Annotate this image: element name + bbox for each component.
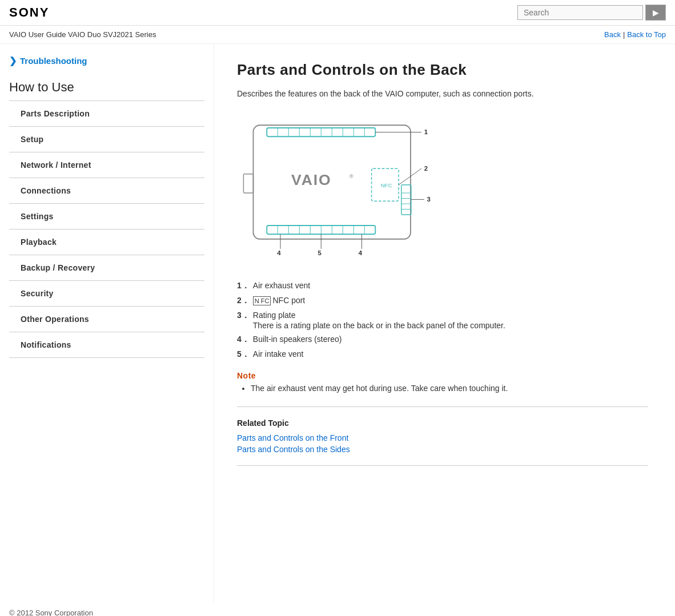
sidebar-item-network-internet[interactable]: Network / Internet	[9, 152, 204, 178]
item-text: Air exhaust vent	[253, 281, 310, 290]
sidebar-item-backup-recovery[interactable]: Backup / Recovery	[9, 255, 204, 280]
list-item: 2． N FCNFC port	[237, 296, 648, 306]
svg-text:NFC: NFC	[381, 182, 392, 188]
related-link-front[interactable]: Parts and Controls on the Front	[237, 433, 648, 442]
item-text: Rating plate There is a rating plate on …	[253, 311, 505, 330]
nfc-icon: N FC	[253, 296, 271, 305]
svg-text:3: 3	[427, 196, 431, 203]
svg-text:VAIO: VAIO	[291, 171, 332, 188]
svg-text:®: ®	[349, 173, 353, 179]
copyright-text: © 2012 Sony Corporation	[9, 609, 93, 616]
svg-text:4: 4	[277, 249, 281, 256]
page-description: Describes the features on the back of th…	[237, 89, 648, 98]
guide-title: VAIO User Guide VAIO Duo SVJ2021 Series	[9, 30, 156, 39]
content-footer-divider	[237, 465, 648, 466]
sidebar-item-parts-description[interactable]: Parts Description	[9, 101, 204, 126]
related-link-sides[interactable]: Parts and Controls on the Sides	[237, 445, 648, 454]
sidebar-item-settings[interactable]: Settings	[9, 204, 204, 229]
search-button[interactable]: ▶	[645, 5, 666, 21]
svg-rect-13	[401, 185, 411, 215]
svg-text:2: 2	[424, 165, 428, 172]
svg-text:4: 4	[359, 249, 363, 256]
list-item: 3． Rating plate There is a rating plate …	[237, 311, 648, 330]
divider	[9, 357, 204, 358]
troubleshooting-label: Troubleshooting	[20, 56, 87, 66]
breadcrumb-bar: VAIO User Guide VAIO Duo SVJ2021 Series …	[0, 26, 675, 44]
list-item: 1． Air exhaust vent	[237, 281, 648, 291]
how-to-use-title: How to Use	[9, 80, 204, 95]
footer: © 2012 Sony Corporation	[0, 603, 675, 616]
header: SONY ▶	[0, 0, 675, 26]
note-title: Note	[237, 371, 648, 380]
svg-text:5: 5	[318, 249, 322, 256]
vaio-back-diagram: NFC VAIO ®	[237, 112, 454, 263]
item-subtext: There is a rating plate on the back or i…	[253, 321, 505, 330]
how-to-use-section: How to Use Parts Description Setup Netwo…	[9, 80, 204, 358]
item-number: 5．	[237, 349, 250, 360]
parts-list: 1． Air exhaust vent 2． N FCNFC port 3． R…	[237, 281, 648, 360]
search-icon: ▶	[653, 8, 659, 17]
item-text: Air intake vent	[253, 349, 304, 359]
item-text: N FCNFC port	[253, 296, 305, 305]
item-number: 2．	[237, 296, 250, 306]
item-text: Built-in speakers (stereo)	[253, 335, 342, 344]
item-number: 1．	[237, 281, 250, 291]
back-to-top-link[interactable]: Back to Top	[627, 30, 666, 39]
chevron-right-icon: ❯	[9, 55, 17, 66]
sidebar-item-playback[interactable]: Playback	[9, 230, 204, 255]
back-link[interactable]: Back	[604, 30, 621, 39]
note-section: Note The air exhaust vent may get hot du…	[237, 371, 648, 393]
list-item: 5． Air intake vent	[237, 349, 648, 360]
list-item: 4． Built-in speakers (stereo)	[237, 335, 648, 345]
sidebar-item-other-operations[interactable]: Other Operations	[9, 307, 204, 332]
related-topic-section: Related Topic Parts and Controls on the …	[237, 406, 648, 454]
note-item: The air exhaust vent may get hot during …	[251, 384, 648, 393]
main-layout: ❯ Troubleshooting How to Use Parts Descr…	[0, 44, 675, 603]
sidebar-item-connections[interactable]: Connections	[9, 178, 204, 203]
svg-text:1: 1	[424, 128, 428, 135]
nav-separator: |	[623, 30, 625, 39]
content-area: Parts and Controls on the Back Describes…	[214, 44, 671, 603]
sidebar-item-security[interactable]: Security	[9, 281, 204, 306]
item-number: 3．	[237, 311, 250, 321]
troubleshooting-heading[interactable]: ❯ Troubleshooting	[9, 55, 204, 66]
sidebar: ❯ Troubleshooting How to Use Parts Descr…	[0, 44, 214, 603]
nav-links: Back | Back to Top	[604, 30, 666, 39]
note-list: The air exhaust vent may get hot during …	[237, 384, 648, 393]
sidebar-item-notifications[interactable]: Notifications	[9, 332, 204, 357]
sony-logo: SONY	[9, 5, 49, 20]
diagram-container: NFC VAIO ®	[237, 112, 648, 265]
search-area: ▶	[517, 5, 666, 21]
page-title: Parts and Controls on the Back	[237, 61, 648, 79]
search-input[interactable]	[517, 5, 643, 20]
svg-rect-30	[243, 174, 253, 193]
related-topic-title: Related Topic	[237, 418, 648, 428]
item-number: 4．	[237, 335, 250, 345]
sidebar-item-setup[interactable]: Setup	[9, 127, 204, 152]
